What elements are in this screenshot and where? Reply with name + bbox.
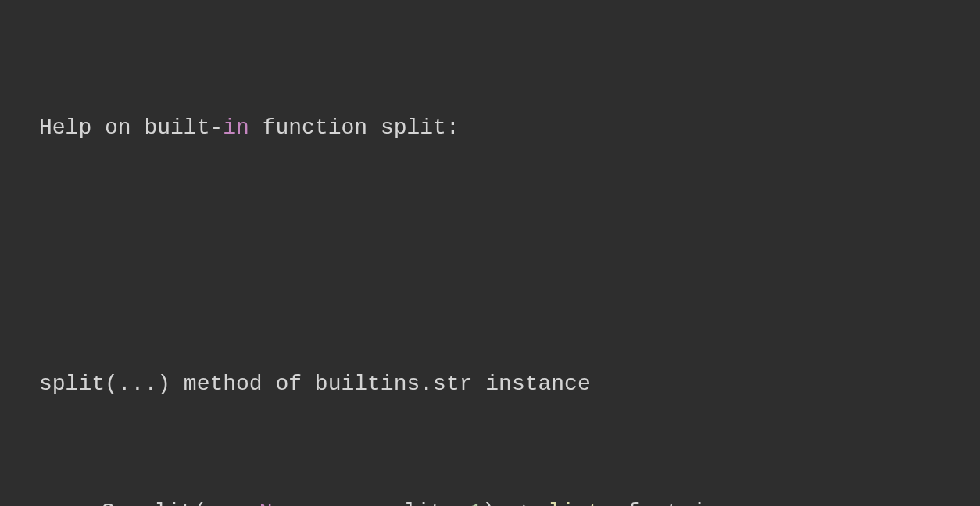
signature-line: split(...) method of builtins.str instan… (39, 363, 941, 406)
help-header: Help on built-in function split: (39, 107, 941, 150)
blank-line (39, 235, 941, 278)
signature-detail: S.split(sep=None, maxsplit=-1) -> list o… (39, 491, 941, 506)
help-output: Help on built-in function split: split(.… (39, 22, 941, 506)
